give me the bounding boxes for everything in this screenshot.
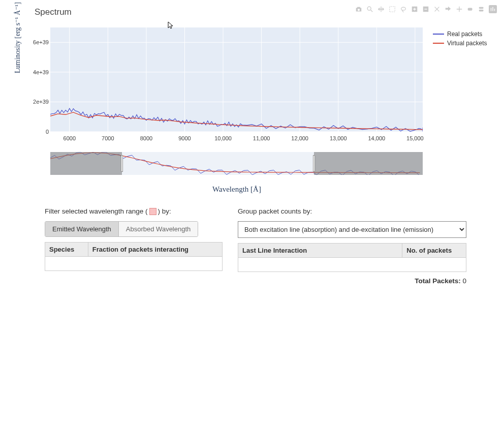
range-handle-left[interactable] — [121, 155, 123, 172]
filter-label-prefix: Filter selected wavelength range ( — [45, 207, 148, 215]
num-packets-col-header: No. of packets — [402, 244, 466, 258]
hover-compare-icon[interactable] — [478, 5, 486, 13]
species-table: Species Fraction of packets interacting — [45, 242, 223, 271]
svg-rect-2 — [390, 7, 395, 12]
y-tick-label: 4e+39 — [30, 69, 49, 75]
x-tick-label: 9000 — [178, 135, 191, 141]
plotly-logo-icon[interactable] — [489, 5, 497, 13]
reset-axes-icon[interactable] — [444, 5, 452, 13]
x-tick-label: 12,000 — [291, 135, 308, 141]
y-tick-label: 2e+39 — [30, 99, 49, 105]
x-tick-label: 15,000 — [406, 135, 424, 141]
filter-column: Filter selected wavelength range ( ) by:… — [45, 207, 223, 285]
species-col-header: Species — [45, 243, 88, 257]
controls-row: Filter selected wavelength range ( ) by:… — [45, 207, 466, 285]
box-select-icon[interactable] — [388, 5, 396, 13]
group-column: Group packet counts by: Both excitation … — [238, 207, 466, 285]
y-tick-label: 0 — [30, 129, 49, 135]
spike-lines-icon[interactable] — [455, 5, 463, 13]
x-tick-label: 6000 — [64, 135, 76, 141]
wavelength-toggle: Emitted Wavelength Absorbed Wavelength — [45, 221, 198, 237]
zoom-in-icon[interactable] — [411, 5, 419, 13]
zoom-out-icon[interactable] — [422, 5, 430, 13]
last-line-col-header: Last Line Interaction — [238, 244, 402, 258]
y-axis-label: Luminosity [erg s⁻¹ Å⁻¹] — [13, 2, 22, 73]
page-title: Spectrum — [35, 7, 72, 17]
selection-color-swatch — [149, 208, 156, 215]
total-value: 0 — [462, 277, 466, 285]
group-label-text: Group packet counts by: — [238, 207, 312, 215]
total-packets: Total Packets: 0 — [238, 277, 466, 285]
range-mask-right — [314, 152, 423, 175]
svg-line-1 — [371, 10, 373, 12]
x-tick-label: 7000 — [102, 135, 114, 141]
plot-toolbar — [355, 5, 497, 13]
hover-closest-icon[interactable] — [466, 5, 475, 13]
svg-rect-7 — [479, 7, 484, 9]
total-label: Total Packets: — [415, 277, 461, 285]
legend-swatch-virtual — [433, 43, 444, 44]
svg-point-0 — [367, 7, 371, 10]
x-axis-label: Wavelength [Å] — [0, 185, 474, 194]
x-tick-label: 10,000 — [214, 135, 232, 141]
y-tick-label: 6e+39 — [30, 39, 49, 45]
toggle-emitted[interactable]: Emitted Wavelength — [45, 222, 118, 236]
svg-point-3 — [401, 7, 406, 10]
camera-icon[interactable] — [355, 5, 363, 13]
plot-area[interactable] — [50, 27, 423, 132]
group-label: Group packet counts by: — [238, 207, 466, 215]
range-mask-left — [50, 152, 122, 175]
fraction-col-header: Fraction of packets interacting — [88, 243, 222, 257]
legend-item-real[interactable]: Real packets — [433, 31, 487, 38]
zoom-icon[interactable] — [366, 5, 374, 13]
range-handle-right[interactable] — [313, 155, 315, 172]
x-tick-label: 8000 — [140, 135, 152, 141]
pan-icon[interactable] — [377, 5, 385, 13]
legend-item-virtual[interactable]: Virtual packets — [433, 40, 487, 47]
x-tick-label: 13,000 — [330, 135, 347, 141]
svg-rect-8 — [479, 10, 484, 12]
group-by-select[interactable]: Both excitation line (absorption) and de… — [238, 221, 466, 238]
filter-label: Filter selected wavelength range ( ) by: — [45, 207, 223, 215]
packets-empty-row — [238, 258, 466, 272]
autoscale-icon[interactable] — [433, 5, 441, 13]
legend-label-real: Real packets — [447, 31, 482, 38]
species-empty-row — [45, 257, 223, 271]
x-tick-label: 11,000 — [253, 135, 270, 141]
packets-table: Last Line Interaction No. of packets — [238, 243, 466, 272]
range-slider[interactable] — [50, 152, 423, 175]
lasso-icon[interactable] — [399, 5, 407, 13]
toggle-absorbed[interactable]: Absorbed Wavelength — [118, 222, 198, 236]
legend-swatch-real — [433, 34, 444, 35]
x-tick-label: 14,000 — [368, 135, 385, 141]
legend: Real packets Virtual packets — [433, 31, 487, 49]
filter-label-suffix: ) by: — [158, 207, 171, 215]
legend-label-virtual: Virtual packets — [447, 40, 487, 47]
svg-rect-6 — [468, 8, 472, 10]
series-lines — [50, 27, 423, 132]
